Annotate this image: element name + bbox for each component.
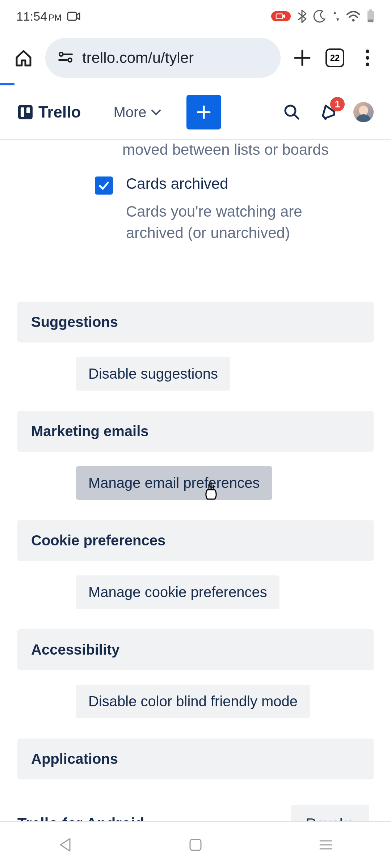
search-icon (283, 103, 300, 121)
plus-icon (195, 103, 213, 121)
search-button[interactable] (281, 101, 303, 123)
cards-archived-label: Cards archived (126, 175, 228, 192)
notification-badge: 1 (330, 97, 345, 111)
svg-point-6 (59, 52, 63, 56)
page-load-progress (0, 83, 391, 85)
data-arrows-icon (333, 10, 340, 22)
section-cookie-preferences: Cookie preferences (17, 520, 374, 561)
url-bar[interactable]: trello.com/u/tyler (45, 38, 281, 78)
svg-line-21 (294, 115, 298, 119)
svg-point-12 (366, 50, 369, 53)
back-triangle-icon (58, 837, 72, 852)
home-button[interactable] (185, 834, 206, 856)
truncated-previous-description: moved between lists or boards (17, 141, 374, 158)
status-left: 11:54PM (16, 9, 80, 24)
battery-icon (367, 9, 375, 23)
recording-pill-icon (271, 11, 291, 21)
disable-color-blind-mode-button[interactable]: Disable color blind friendly mode (76, 685, 310, 718)
cards-archived-checkbox[interactable] (95, 176, 113, 195)
status-bar: 11:54PM (0, 0, 391, 33)
home-icon[interactable] (13, 47, 34, 69)
home-square-icon (189, 838, 202, 852)
recents-button[interactable] (315, 834, 337, 856)
section-suggestions: Suggestions (17, 302, 374, 342)
manage-email-preferences-button[interactable]: Manage email preferences (76, 466, 272, 500)
status-time: 11:54PM (16, 9, 62, 24)
trello-logo[interactable]: Trello (17, 103, 81, 121)
bluetooth-icon (297, 9, 307, 23)
svg-point-22 (324, 117, 327, 120)
trello-logo-icon (17, 104, 33, 120)
back-button[interactable] (54, 834, 76, 856)
site-settings-icon (58, 51, 73, 65)
svg-rect-15 (18, 105, 33, 119)
url-text: trello.com/u/tyler (82, 49, 194, 67)
settings-content: moved between lists or boards Cards arch… (0, 141, 391, 835)
cards-archived-description: Cards you're watching are archived (or u… (17, 201, 374, 244)
svg-rect-5 (368, 20, 373, 22)
create-button[interactable] (186, 95, 221, 129)
status-right (271, 9, 375, 23)
more-label: More (113, 104, 146, 120)
tabs-button[interactable]: 22 (324, 47, 346, 69)
chevron-down-icon (151, 109, 161, 115)
svg-point-8 (68, 58, 72, 62)
recents-lines-icon (319, 839, 333, 851)
trello-brand-text: Trello (38, 103, 81, 121)
trello-header: Trello More 1 (0, 85, 391, 140)
more-dropdown[interactable]: More (113, 104, 161, 120)
manage-cookie-preferences-button[interactable]: Manage cookie preferences (76, 575, 279, 609)
svg-rect-23 (190, 839, 201, 850)
status-time-value: 11:54 (16, 9, 47, 23)
svg-rect-17 (26, 107, 30, 113)
moon-icon (313, 10, 326, 23)
overflow-menu-icon[interactable] (357, 47, 378, 69)
status-ampm: PM (49, 13, 62, 22)
svg-point-2 (352, 19, 355, 22)
svg-rect-1 (276, 14, 283, 18)
browser-bar: trello.com/u/tyler 22 (0, 33, 391, 83)
svg-rect-0 (68, 12, 76, 20)
svg-point-14 (366, 63, 369, 66)
notifications-button[interactable]: 1 (317, 101, 339, 123)
avatar[interactable] (353, 102, 374, 122)
svg-rect-16 (21, 107, 24, 117)
cards-archived-row: Cards archived (17, 175, 374, 195)
disable-suggestions-button[interactable]: Disable suggestions (76, 357, 230, 391)
section-applications: Applications (17, 739, 374, 779)
svg-rect-4 (369, 9, 372, 11)
check-icon (98, 180, 110, 191)
wifi-icon (346, 11, 360, 22)
system-nav-bar (0, 821, 391, 868)
section-accessibility: Accessibility (17, 629, 374, 670)
video-icon (67, 11, 80, 21)
section-marketing-emails: Marketing emails (17, 411, 374, 452)
new-tab-icon[interactable] (291, 47, 313, 69)
tab-count: 22 (330, 53, 340, 63)
svg-point-13 (366, 56, 369, 60)
